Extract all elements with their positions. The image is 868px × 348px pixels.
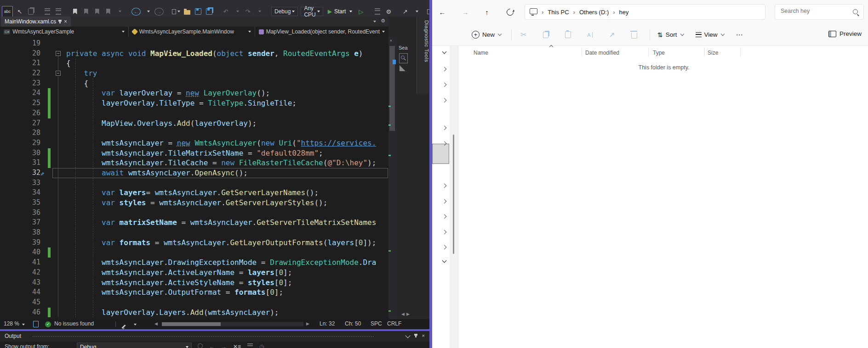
copy-button[interactable]: [541, 32, 550, 38]
save-all-icon[interactable]: [205, 7, 213, 16]
prev-message-icon[interactable]: ←: [209, 343, 215, 348]
code-line[interactable]: 46 layerOverlay.Layers.Add(wmtsAsyncLaye…: [0, 308, 388, 318]
code-line[interactable]: 34 var layers= wmtsAsyncLayer.GetServerL…: [0, 188, 388, 198]
output-title-bar[interactable]: Output ×: [0, 331, 429, 342]
cut-button[interactable]: ✂: [519, 30, 528, 39]
forward-button[interactable]: →: [460, 6, 471, 17]
code-line[interactable]: 21{: [0, 58, 388, 68]
editor-gear-icon[interactable]: ⚙: [381, 18, 385, 24]
platform-dropdown[interactable]: Any CPU: [301, 7, 323, 16]
output-source-dropdown[interactable]: Debug: [77, 342, 192, 348]
profiler-icon[interactable]: [373, 7, 382, 16]
code-line[interactable]: 19: [0, 39, 388, 49]
breadcrumb-this-pc[interactable]: This PC: [548, 9, 569, 16]
fold-collapse-icon[interactable]: −: [56, 71, 61, 76]
scrollbar-up-icon[interactable]: ▴: [390, 38, 392, 42]
window-position-caret[interactable]: [406, 333, 410, 338]
hscroll-right-icon[interactable]: ▶: [306, 321, 309, 326]
expand-chevron-icon[interactable]: [442, 141, 447, 146]
code-line[interactable]: 27 MapView.Overlays.Add(layerOverlay);: [0, 118, 388, 129]
redo-icon[interactable]: ↷: [244, 7, 252, 16]
collapse-chevron-icon[interactable]: [442, 50, 447, 54]
code-line[interactable]: 24 var layerOverlay = new LayerOverlay()…: [0, 88, 388, 98]
code-line[interactable]: 43 wmtsAsyncLayer.ActiveStyleName = styl…: [0, 278, 388, 288]
code-line[interactable]: 39 var formats = wmtsAsyncLayer.GetLayer…: [0, 238, 388, 248]
bookmark-menu-caret[interactable]: [115, 7, 123, 16]
more-options-button[interactable]: ⋯: [736, 31, 743, 39]
code-line[interactable]: 35 var styles = wmtsAsyncLayer.GetServer…: [0, 198, 388, 208]
fold-collapse-icon[interactable]: −: [56, 51, 61, 56]
pin-icon[interactable]: [415, 334, 417, 337]
code-line[interactable]: 37 var matrixSetName = wmtsAsyncLayer.Ge…: [0, 218, 388, 228]
breadcrumb-folder[interactable]: hey: [619, 9, 629, 16]
code-line[interactable]: 42 wmtsAsyncLayer.ActiveLayerName = laye…: [0, 268, 388, 278]
paste-button[interactable]: [563, 31, 572, 38]
code-line[interactable]: 23 {: [0, 79, 388, 89]
back-button[interactable]: ←: [437, 6, 448, 17]
code-line[interactable]: 40: [0, 247, 388, 258]
pin-icon[interactable]: [59, 20, 61, 23]
paste-format-icon[interactable]: [27, 7, 35, 16]
code-line[interactable]: 38: [0, 228, 388, 238]
code-line[interactable]: 44 wmtsAsyncLayer.OutputFormat = formats…: [0, 287, 388, 297]
column-header-type[interactable]: Type: [653, 50, 665, 56]
bookmark-icon[interactable]: [71, 7, 79, 16]
start-debug-button[interactable]: ▶ Start: [326, 7, 354, 16]
column-separator[interactable]: [704, 47, 705, 56]
next-message-icon[interactable]: →: [221, 343, 227, 348]
tab-diagnostic-tools[interactable]: Diagnostic Tools: [417, 17, 429, 94]
code-line[interactable]: 33: [0, 178, 388, 188]
search-input[interactable]: [780, 7, 851, 15]
code-line[interactable]: 28: [0, 128, 388, 138]
new-button[interactable]: + New: [472, 31, 501, 39]
refresh-button[interactable]: [504, 6, 515, 17]
code-line[interactable]: 26: [0, 108, 388, 118]
close-icon[interactable]: ×: [64, 18, 67, 25]
navigate-back-icon[interactable]: ←: [131, 8, 141, 16]
timestamp-icon[interactable]: ◷: [259, 343, 264, 348]
expand-chevron-icon[interactable]: [442, 67, 447, 72]
gear-icon[interactable]: ⚙: [384, 7, 393, 16]
navigate-forward-icon[interactable]: →: [154, 8, 164, 16]
bookmark-next-icon[interactable]: [93, 7, 101, 16]
horizontal-scrollbar[interactable]: [162, 322, 303, 326]
indent-icon[interactable]: [54, 7, 63, 16]
code-cleanup-icon[interactable]: [121, 322, 126, 329]
column-header-date[interactable]: Date modified: [585, 50, 619, 56]
breadcrumb-drive[interactable]: Others (D:): [579, 9, 609, 16]
search-box[interactable]: [775, 4, 864, 20]
expand-chevron-icon[interactable]: [442, 83, 447, 87]
document-health-icon[interactable]: [33, 321, 39, 329]
selection-arrow-icon[interactable]: ↖: [16, 7, 24, 16]
code-line[interactable]: 31 wmtsAsyncLayer.TileCache = new FileRa…: [0, 158, 388, 168]
start-without-debug-icon[interactable]: ▷: [357, 7, 365, 16]
code-line[interactable]: 32✎ await wmtsAsyncLayer.OpenAsync();: [0, 168, 388, 178]
bookmark-prev-icon[interactable]: [82, 7, 90, 16]
expand-chevron-icon[interactable]: [442, 184, 447, 188]
editor-vertical-scrollbar[interactable]: ▴: [388, 37, 396, 319]
nav-pane-hscroll-thumb[interactable]: [432, 144, 449, 164]
undo-icon[interactable]: ↶: [222, 7, 230, 16]
code-line[interactable]: 25 layerOverlay.TileType = TileType.Sing…: [0, 98, 388, 108]
nav-pane-scrollbar[interactable]: [453, 135, 454, 254]
undo-caret[interactable]: [233, 7, 241, 16]
share-button[interactable]: ↗: [607, 30, 617, 39]
save-icon[interactable]: [194, 7, 202, 16]
hscroll-left-icon[interactable]: ◀: [154, 321, 158, 326]
code-line[interactable]: 36: [0, 208, 388, 218]
code-line[interactable]: 29 wmtsAsyncLayer = new WmtsAsyncLayer(n…: [0, 138, 388, 148]
code-line[interactable]: 20−private async void MapView_Loaded(obj…: [0, 49, 388, 59]
column-header-size[interactable]: Size: [708, 50, 718, 56]
column-header-name[interactable]: Name: [474, 50, 488, 56]
expand-chevron-icon[interactable]: [442, 199, 447, 204]
close-icon[interactable]: ×: [422, 333, 425, 338]
search-tool-icon[interactable]: [399, 53, 408, 63]
column-separator[interactable]: [648, 47, 649, 56]
toolbar-overflow-caret[interactable]: [412, 7, 420, 16]
expand-chevron-icon[interactable]: [442, 214, 447, 219]
code-cleanup-caret[interactable]: [132, 320, 137, 327]
outdent-icon[interactable]: [43, 7, 51, 16]
search-icon[interactable]: [853, 9, 858, 14]
expand-chevron-icon[interactable]: [442, 245, 447, 250]
view-button[interactable]: View: [696, 31, 724, 38]
